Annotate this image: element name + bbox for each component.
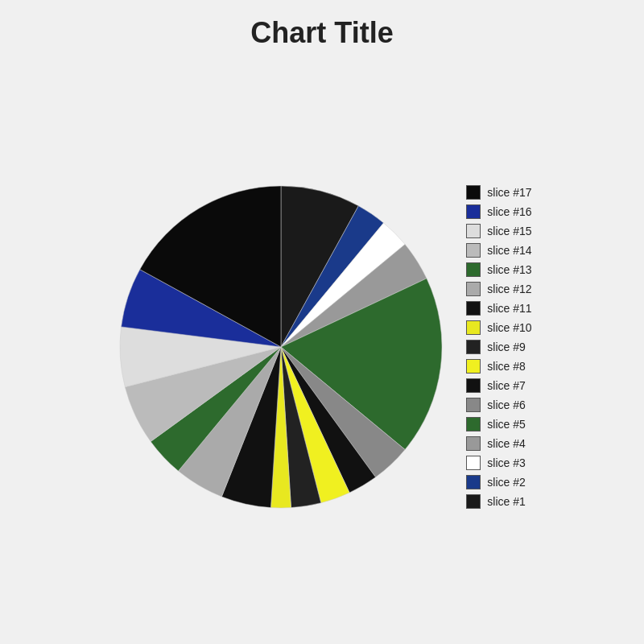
legend-label: slice #4 [487,437,525,450]
legend-item: slice #11 [466,301,531,316]
legend-label: slice #7 [487,379,525,392]
legend-label: slice #6 [487,398,525,411]
legend-color-box [466,417,481,431]
legend-label: slice #13 [487,263,531,276]
legend-item: slice #9 [466,340,531,354]
legend-label: slice #1 [487,495,525,508]
legend-label: slice #10 [487,321,531,334]
chart-title: Chart Title [250,16,393,50]
legend-color-box [466,282,481,296]
legend-color-box [466,475,481,489]
legend-item: slice #14 [466,243,531,258]
legend-color-box [466,224,481,238]
legend-color-box [466,340,481,354]
legend-color-box [466,436,481,451]
legend-color-box [466,320,481,335]
legend-item: slice #2 [466,475,531,489]
legend-color-box [466,243,481,258]
chart-content: slice #17slice #16slice #15slice #14slic… [16,66,628,628]
legend-label: slice #14 [487,244,531,257]
legend-label: slice #9 [487,341,525,353]
legend-label: slice #12 [487,283,531,295]
legend-item: slice #3 [466,456,531,470]
legend-color-box [466,398,481,412]
legend-item: slice #15 [466,224,531,238]
legend-label: slice #2 [487,476,525,489]
legend-item: slice #17 [466,185,531,200]
legend-color-box [466,204,481,219]
legend-color-box [466,262,481,277]
legend-color-box [466,359,481,374]
legend-label: slice #8 [487,360,525,373]
legend-color-box [466,185,481,200]
legend-item: slice #6 [466,398,531,412]
legend-label: slice #5 [487,418,525,431]
legend-label: slice #16 [487,205,531,218]
legend-color-box [466,456,481,470]
legend-item: slice #1 [466,494,531,509]
legend-item: slice #10 [466,320,531,335]
legend-color-box [466,378,481,393]
legend-item: slice #8 [466,359,531,374]
legend-item: slice #12 [466,282,531,296]
legend-item: slice #16 [466,204,531,219]
legend-item: slice #7 [466,378,531,393]
legend-item: slice #5 [466,417,531,431]
legend-color-box [466,301,481,316]
legend: slice #17slice #16slice #15slice #14slic… [466,185,531,509]
legend-item: slice #13 [466,262,531,277]
legend-label: slice #3 [487,456,525,469]
legend-label: slice #15 [487,225,531,237]
chart-container: Chart Title slice #17slice #16slice #15s… [0,0,644,644]
legend-item: slice #4 [466,436,531,451]
pie-chart [112,178,450,516]
legend-label: slice #11 [487,302,531,315]
legend-label: slice #17 [487,186,531,199]
legend-color-box [466,494,481,509]
